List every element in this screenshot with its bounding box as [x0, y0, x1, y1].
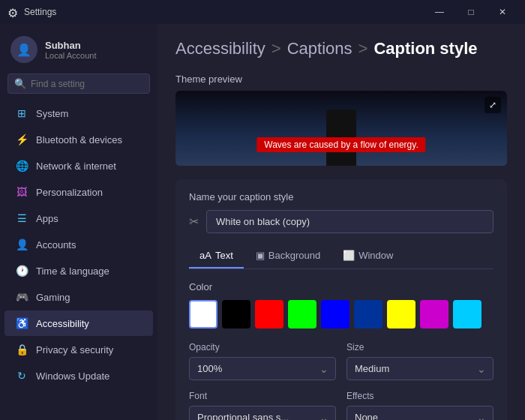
- effects-dropdown-wrapper: NoneRaisedDepressedUniformDrop shadow: [346, 406, 494, 420]
- nav-label-accounts: Accounts: [36, 239, 76, 250]
- sidebar-item-personalization[interactable]: 🖼 Personalization: [4, 179, 153, 205]
- search-box[interactable]: 🔍: [8, 74, 150, 94]
- nav-icon-apps: ☰: [15, 212, 28, 225]
- caption-demo-text: Waves are caused by a flow of energy.: [256, 137, 425, 152]
- color-swatches: [189, 300, 494, 328]
- nav-icon-time: 🕐: [15, 264, 28, 278]
- nav-label-personalization: Personalization: [36, 187, 103, 198]
- sidebar-item-network[interactable]: 🌐 Network & internet: [4, 153, 153, 178]
- user-section: 👤 Subhan Local Account: [0, 30, 158, 74]
- nav-label-time: Time & language: [36, 266, 110, 277]
- tab-window[interactable]: ⬜Window: [332, 244, 404, 268]
- swatch-black[interactable]: [222, 300, 250, 328]
- nav-icon-system: ⊞: [15, 106, 28, 120]
- sidebar-item-bluetooth[interactable]: ⚡ Bluetooth & devices: [4, 127, 153, 152]
- breadcrumb: Accessibility > Captions > Caption style: [176, 39, 507, 58]
- settings-icon: ⚙: [8, 6, 20, 18]
- swatch-magenta[interactable]: [420, 300, 448, 328]
- font-group: Font Proportional sans s...DefaultMonosp…: [189, 391, 336, 420]
- size-group: Size SmallMediumLargeVery large: [346, 342, 494, 380]
- name-section: Name your caption style ✂ aAText▣Backgro…: [176, 179, 507, 420]
- maximize-button[interactable]: □: [456, 2, 486, 22]
- name-row: ✂: [189, 210, 494, 233]
- sidebar-item-time[interactable]: 🕐 Time & language: [4, 258, 153, 284]
- breadcrumb-part2[interactable]: Captions: [287, 39, 352, 58]
- sidebar-item-system[interactable]: ⊞ System: [4, 100, 153, 126]
- expand-preview-button[interactable]: ⤢: [484, 97, 501, 113]
- nav-list: ⊞ System ⚡ Bluetooth & devices 🌐 Network…: [0, 100, 158, 389]
- tab-icon-window: ⬜: [343, 250, 355, 261]
- tab-icon-text: aA: [200, 250, 212, 261]
- font-dropdown-wrapper: Proportional sans s...DefaultMonospaceCa…: [189, 406, 336, 420]
- breadcrumb-sep1: >: [272, 39, 281, 58]
- avatar: 👤: [10, 36, 38, 63]
- nav-label-system: System: [36, 108, 68, 119]
- search-input[interactable]: [31, 79, 143, 89]
- effects-select[interactable]: NoneRaisedDepressedUniformDrop shadow: [346, 406, 494, 420]
- breadcrumb-current: Caption style: [374, 39, 477, 58]
- sidebar-item-accounts[interactable]: 👤 Accounts: [4, 232, 153, 257]
- close-button[interactable]: ✕: [488, 2, 518, 22]
- breadcrumb-part1[interactable]: Accessibility: [176, 39, 266, 58]
- nav-label-apps: Apps: [36, 213, 58, 224]
- name-section-label: Name your caption style: [189, 191, 494, 202]
- nav-icon-privacy: 🔒: [15, 343, 28, 356]
- dropdowns-grid: Opacity 100%75%50%25% Size SmallMediumLa…: [189, 342, 494, 420]
- font-select[interactable]: Proportional sans s...DefaultMonospaceCa…: [189, 406, 336, 420]
- user-name: Subhan: [45, 40, 97, 51]
- opacity-select[interactable]: 100%75%50%25%: [189, 357, 336, 380]
- window-controls: — □ ✕: [424, 2, 518, 22]
- tab-background[interactable]: ▣Background: [245, 244, 331, 268]
- caption-style-name-input[interactable]: [206, 210, 494, 233]
- tab-icon-background: ▣: [256, 250, 265, 261]
- sidebar: 👤 Subhan Local Account 🔍 ⊞ System ⚡ Blue…: [0, 24, 158, 420]
- nav-icon-personalization: 🖼: [15, 185, 28, 199]
- nav-label-accessibility: Accessibility: [36, 318, 89, 329]
- size-select[interactable]: SmallMediumLargeVery large: [346, 357, 494, 380]
- font-label: Font: [189, 391, 336, 401]
- swatch-red[interactable]: [255, 300, 284, 328]
- nav-icon-network: 🌐: [15, 159, 28, 172]
- nav-icon-bluetooth: ⚡: [15, 133, 28, 146]
- sidebar-item-gaming[interactable]: 🎮 Gaming: [4, 284, 153, 310]
- sidebar-item-update[interactable]: ↻ Windows Update: [4, 363, 153, 388]
- content-area: Accessibility > Captions > Caption style…: [158, 24, 525, 420]
- swatch-darkblue[interactable]: [354, 300, 382, 328]
- sidebar-item-privacy[interactable]: 🔒 Privacy & security: [4, 337, 153, 362]
- theme-preview: Waves are caused by a flow of energy. ⤢: [176, 91, 507, 166]
- opacity-group: Opacity 100%75%50%25%: [189, 342, 336, 380]
- breadcrumb-sep2: >: [358, 39, 368, 58]
- user-info: Subhan Local Account: [45, 40, 97, 60]
- swatch-yellow[interactable]: [387, 300, 416, 328]
- nav-icon-update: ↻: [15, 369, 28, 382]
- theme-preview-label: Theme preview: [176, 74, 507, 85]
- nav-label-gaming: Gaming: [36, 292, 70, 303]
- effects-group: Effects NoneRaisedDepressedUniformDrop s…: [346, 391, 494, 420]
- nav-label-update: Windows Update: [36, 370, 110, 382]
- search-icon: 🔍: [14, 78, 26, 89]
- swatch-blue[interactable]: [321, 300, 350, 328]
- window-title: Settings: [24, 7, 424, 17]
- caption-tabs: aAText▣Background⬜Window: [189, 244, 494, 269]
- scissors-icon[interactable]: ✂: [189, 214, 199, 229]
- size-dropdown-wrapper: SmallMediumLargeVery large: [346, 357, 494, 380]
- nav-label-privacy: Privacy & security: [36, 344, 113, 356]
- sidebar-item-accessibility[interactable]: ♿ Accessibility: [4, 310, 153, 336]
- effects-label: Effects: [346, 391, 494, 401]
- swatch-cyan[interactable]: [453, 300, 482, 328]
- swatch-green[interactable]: [288, 300, 316, 328]
- nav-icon-accounts: 👤: [15, 238, 28, 251]
- minimize-button[interactable]: —: [424, 2, 454, 22]
- titlebar: ⚙ Settings — □ ✕: [0, 0, 525, 24]
- user-subtitle: Local Account: [45, 51, 97, 60]
- nav-label-bluetooth: Bluetooth & devices: [36, 134, 122, 146]
- sidebar-item-apps[interactable]: ☰ Apps: [4, 206, 153, 231]
- tab-text[interactable]: aAText: [189, 244, 244, 268]
- nav-label-network: Network & internet: [36, 160, 116, 172]
- color-label: Color: [189, 281, 494, 292]
- opacity-dropdown-wrapper: 100%75%50%25%: [189, 357, 336, 380]
- swatch-white[interactable]: [189, 300, 218, 328]
- settings-window: ⚙ Settings — □ ✕ 👤 Subhan Local Account …: [0, 0, 525, 420]
- nav-icon-gaming: 🎮: [15, 290, 28, 304]
- main-layout: 👤 Subhan Local Account 🔍 ⊞ System ⚡ Blue…: [0, 24, 525, 420]
